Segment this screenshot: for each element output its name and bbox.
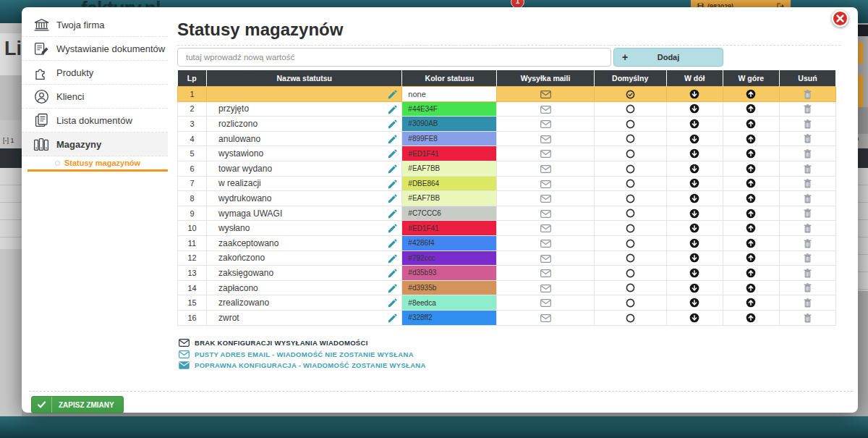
circle-down-icon[interactable] <box>689 223 699 233</box>
status-color-cell[interactable]: none <box>402 87 497 102</box>
envelope-outline-icon[interactable] <box>540 269 551 277</box>
radio-unchecked-icon[interactable] <box>626 239 635 248</box>
circle-up-icon[interactable] <box>746 164 756 174</box>
trash-icon[interactable] <box>804 164 812 174</box>
envelope-outline-icon[interactable] <box>540 165 551 173</box>
envelope-outline-icon[interactable] <box>540 299 551 307</box>
sidebar-item-produkty[interactable]: Produkty <box>22 61 168 85</box>
radio-unchecked-icon[interactable] <box>626 194 635 203</box>
envelope-outline-icon[interactable] <box>540 314 551 322</box>
pencil-icon[interactable] <box>388 224 397 233</box>
envelope-outline-icon[interactable] <box>540 224 551 232</box>
circle-up-icon[interactable] <box>746 134 756 144</box>
trash-icon[interactable] <box>804 239 812 248</box>
radio-unchecked-icon[interactable] <box>626 149 635 159</box>
pencil-icon[interactable] <box>388 119 397 129</box>
circle-down-icon[interactable] <box>689 164 699 174</box>
circle-up-icon[interactable] <box>746 283 756 293</box>
envelope-outline-icon[interactable] <box>540 90 551 98</box>
sidebar-item-twoja-firma[interactable]: Twoja firma <box>22 13 168 37</box>
trash-icon[interactable] <box>804 313 812 323</box>
sidebar-item-magazyny[interactable]: Magazyny <box>22 132 168 156</box>
status-color-cell[interactable]: #328ff2 <box>402 310 497 325</box>
status-color-cell[interactable]: #EAF7BB <box>402 161 497 176</box>
trash-icon[interactable] <box>804 119 812 129</box>
sidebar-item-wystawianie-dokument-w[interactable]: Wystawianie dokumentów <box>22 37 168 61</box>
circle-up-icon[interactable] <box>746 209 756 219</box>
status-color-cell[interactable]: #EAF7BB <box>402 191 497 206</box>
envelope-outline-icon[interactable] <box>540 120 551 128</box>
pencil-icon[interactable] <box>388 105 397 114</box>
circle-down-icon[interactable] <box>689 209 699 219</box>
status-color-cell[interactable]: #ED1F41 <box>402 221 497 236</box>
envelope-outline-icon[interactable] <box>540 285 551 292</box>
envelope-outline-icon[interactable] <box>540 150 551 158</box>
status-color-cell[interactable]: #C7CCC6 <box>402 206 497 221</box>
trash-icon[interactable] <box>804 134 812 143</box>
circle-down-icon[interactable] <box>689 119 699 129</box>
pencil-icon[interactable] <box>388 298 397 308</box>
circle-up-icon[interactable] <box>746 104 756 114</box>
circle-up-icon[interactable] <box>746 89 756 99</box>
circle-down-icon[interactable] <box>689 104 699 114</box>
trash-icon[interactable] <box>804 269 812 278</box>
status-color-cell[interactable]: #8eedca <box>402 295 497 311</box>
envelope-outline-icon[interactable] <box>540 255 551 263</box>
radio-unchecked-icon[interactable] <box>626 134 635 143</box>
envelope-outline-icon[interactable] <box>540 135 551 143</box>
circle-down-icon[interactable] <box>689 298 699 308</box>
circle-down-icon[interactable] <box>689 89 699 99</box>
radio-unchecked-icon[interactable] <box>626 179 635 188</box>
add-button[interactable]: + Dodaj <box>613 48 723 67</box>
status-color-cell[interactable]: #792ccc <box>402 250 497 266</box>
radio-unchecked-icon[interactable] <box>626 253 635 263</box>
save-changes-button[interactable]: ZAPISZ ZMIANY <box>31 396 124 413</box>
circle-up-icon[interactable] <box>746 223 756 233</box>
circle-up-icon[interactable] <box>746 298 756 308</box>
radio-unchecked-icon[interactable] <box>626 313 635 323</box>
pencil-icon[interactable] <box>388 269 397 278</box>
envelope-outline-icon[interactable] <box>540 240 551 248</box>
circle-up-icon[interactable] <box>746 119 756 129</box>
circle-down-icon[interactable] <box>689 253 699 263</box>
status-color-cell[interactable]: #3090AB <box>402 117 497 132</box>
circle-up-icon[interactable] <box>746 268 756 278</box>
envelope-outline-icon[interactable] <box>540 195 551 203</box>
circle-down-icon[interactable] <box>689 268 699 278</box>
circle-up-icon[interactable] <box>746 193 756 203</box>
pencil-icon[interactable] <box>388 284 397 293</box>
trash-icon[interactable] <box>804 149 812 159</box>
status-color-cell[interactable]: #899FE8 <box>402 131 497 146</box>
circle-down-icon[interactable] <box>689 238 699 248</box>
circle-up-icon[interactable] <box>746 148 756 159</box>
radio-unchecked-icon[interactable] <box>626 104 635 114</box>
pencil-icon[interactable] <box>388 180 397 189</box>
trash-icon[interactable] <box>804 283 812 292</box>
trash-icon[interactable] <box>804 179 812 188</box>
trash-icon[interactable] <box>804 194 812 203</box>
trash-icon[interactable] <box>804 253 812 263</box>
envelope-outline-icon[interactable] <box>540 210 551 218</box>
envelope-outline-icon[interactable] <box>540 180 551 188</box>
trash-icon[interactable] <box>804 209 812 218</box>
pencil-icon[interactable] <box>388 164 397 174</box>
pencil-icon[interactable] <box>388 90 397 99</box>
radio-unchecked-icon[interactable] <box>626 209 635 218</box>
status-color-cell[interactable]: #ED1F41 <box>402 146 497 161</box>
status-color-cell[interactable]: #d3935b <box>402 280 497 295</box>
circle-down-icon[interactable] <box>689 283 699 293</box>
trash-icon[interactable] <box>804 298 812 308</box>
status-color-cell[interactable]: #44E34F <box>402 101 497 117</box>
pencil-icon[interactable] <box>388 209 397 219</box>
circle-up-icon[interactable] <box>746 253 756 263</box>
circle-down-icon[interactable] <box>689 313 699 323</box>
trash-icon[interactable] <box>804 224 812 233</box>
status-color-cell[interactable]: #d35b93 <box>402 266 497 281</box>
circle-down-icon[interactable] <box>689 193 699 203</box>
new-status-input[interactable] <box>177 48 611 67</box>
pencil-icon[interactable] <box>388 135 397 144</box>
status-color-cell[interactable]: #4286f4 <box>402 235 497 250</box>
pencil-icon[interactable] <box>388 254 397 264</box>
radio-unchecked-icon[interactable] <box>626 283 635 292</box>
pencil-icon[interactable] <box>388 149 397 159</box>
